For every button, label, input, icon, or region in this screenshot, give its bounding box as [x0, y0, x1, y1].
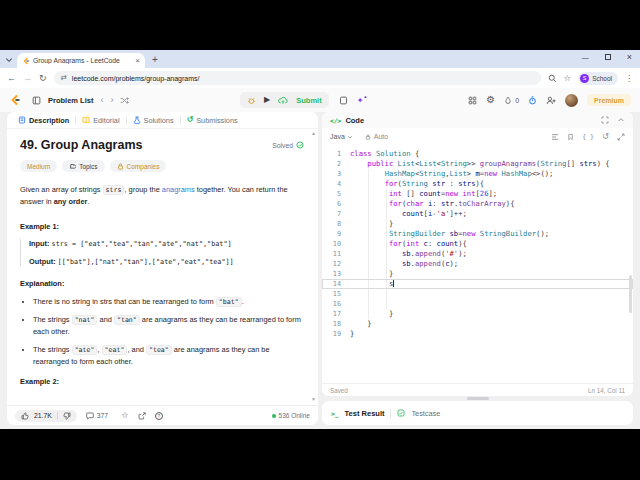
editor-scrollbar[interactable] — [629, 275, 632, 313]
code-line[interactable]: 14 s — [322, 279, 633, 289]
code-line[interactable]: 4 for(String str : strs){ — [322, 179, 633, 189]
profile-avatar: S — [580, 74, 589, 83]
difficulty-badge[interactable]: Medium — [20, 160, 57, 172]
code-line[interactable]: 7 count[i-'a']++; — [322, 209, 633, 219]
thumbs-down-icon[interactable] — [63, 412, 71, 420]
streak-flame[interactable]: 0 — [504, 96, 519, 105]
tab-editorial[interactable]: Editorial — [76, 116, 125, 125]
code-line[interactable]: 10 for(int c: count){ — [322, 239, 633, 249]
notes-icon[interactable] — [339, 96, 348, 105]
url-field[interactable]: ⇄ leetcode.com/problems/group-anagrams/ — [54, 71, 541, 85]
code-line[interactable]: 11 sb.append('#'); — [322, 249, 633, 259]
resize-handle[interactable] — [467, 397, 489, 400]
tab-close-icon[interactable]: × — [135, 57, 140, 65]
tab-search-icon[interactable] — [3, 54, 15, 66]
bookmark-icon[interactable] — [567, 133, 574, 141]
tab-test-result[interactable]: Test Result — [345, 409, 385, 418]
code-line[interactable]: 5 int [] count=new int[26]; — [322, 189, 633, 199]
solved-badge: Solved — [272, 141, 304, 149]
window-maximize-button[interactable] — [605, 54, 611, 60]
layout-grid-icon[interactable] — [468, 96, 477, 105]
code-line[interactable]: 9 StringBuilder sb=new StringBuilder(); — [322, 229, 633, 239]
code-line[interactable]: 8 } — [322, 219, 633, 229]
description-icon — [18, 116, 26, 124]
leetcode-logo[interactable] — [9, 94, 21, 106]
vote-group: 21.7K — [15, 410, 77, 422]
example1-output: Output: [["bat"],["nat","tan"],["ate","e… — [29, 257, 304, 266]
prev-problem-icon[interactable]: ‹ — [100, 96, 103, 105]
ai-sparkle-icon[interactable]: ✦✦ — [357, 95, 368, 105]
window-close-button[interactable]: × — [627, 52, 632, 62]
submit-button[interactable]: Submit — [296, 96, 321, 105]
share-icon[interactable] — [138, 412, 146, 420]
back-button[interactable]: ← — [7, 74, 16, 83]
code-line[interactable]: 12 sb.append(c); — [322, 259, 633, 269]
next-problem-icon[interactable]: › — [110, 96, 113, 105]
run-button[interactable]: ▶ — [264, 96, 270, 104]
browser-profile-chip[interactable]: S School — [578, 72, 618, 85]
browser-tab[interactable]: Group Anagrams - LeetCode × — [17, 53, 145, 68]
thumbs-up-icon[interactable] — [21, 412, 29, 420]
code-editor[interactable]: 1class Solution {2 public List<List<Stri… — [322, 145, 633, 383]
reset-code-icon[interactable]: ↺ — [602, 132, 609, 141]
topics-badge[interactable]: Topics — [62, 160, 104, 172]
settings-gear-icon[interactable]: ⚙ — [486, 95, 495, 105]
code-panel: </> Code Java — [322, 112, 633, 396]
auto-save-toggle[interactable]: Auto — [365, 133, 388, 140]
collapse-panel-icon[interactable] — [617, 116, 625, 124]
code-line[interactable]: 1class Solution { — [322, 149, 633, 159]
problem-content[interactable]: ▲ 49. Group Anagrams Solved Medium Topic… — [7, 129, 318, 405]
forward-button[interactable]: → — [23, 74, 32, 83]
premium-button[interactable]: Premium — [587, 94, 631, 106]
expand-editor-icon[interactable] — [617, 133, 625, 141]
shuffle-icon[interactable] — [120, 96, 129, 105]
code-line[interactable]: 13 } — [322, 269, 633, 279]
saved-status: Saved — [330, 387, 348, 394]
problem-list-icon[interactable] — [32, 96, 41, 105]
leetcode-favicon — [22, 57, 30, 65]
invite-user-icon[interactable] — [546, 96, 556, 105]
line-number: 16 — [322, 299, 341, 309]
favorite-star-icon[interactable]: ☆ — [121, 411, 129, 420]
refresh-button[interactable]: ↻ — [39, 74, 47, 83]
code-line[interactable]: 15 — [322, 289, 633, 299]
help-icon[interactable]: ? — [155, 412, 163, 420]
new-tab-button[interactable]: + — [152, 55, 158, 65]
snippets-icon[interactable]: { } — [582, 133, 594, 141]
scroll-down-arrow[interactable]: ▼ — [311, 397, 316, 402]
tab-solutions[interactable]: Solutions — [127, 116, 180, 125]
comments-button[interactable]: 377 — [86, 412, 108, 420]
submit-cloud-icon[interactable] — [278, 96, 288, 105]
site-info-icon[interactable]: ⇄ — [61, 74, 67, 82]
user-avatar[interactable] — [565, 94, 578, 107]
fullscreen-icon[interactable] — [601, 116, 609, 124]
description-panel: Description Editorial Solutions — [7, 112, 318, 425]
line-number: 14 — [322, 279, 341, 289]
format-code-icon[interactable] — [551, 133, 559, 141]
tab-submissions[interactable]: ↺ Submissions — [181, 116, 244, 125]
window-minimize-button[interactable]: — — [582, 54, 589, 61]
line-number: 6 — [322, 199, 341, 209]
debug-icon[interactable] — [247, 96, 256, 105]
code-line[interactable]: 17 } — [322, 309, 633, 319]
zoom-icon[interactable] — [548, 74, 557, 83]
code-line[interactable]: 3 HashMap<String,List> m=new HashMap<>()… — [322, 169, 633, 179]
bookmark-star-icon[interactable]: ☆ — [564, 74, 572, 83]
online-indicator: 536 Online — [272, 412, 310, 419]
timer-icon[interactable] — [528, 96, 537, 105]
run-controls: ▶ Submit — [240, 92, 329, 108]
code-line[interactable]: 2 public List<List<String>> groupAnagram… — [322, 159, 633, 169]
browser-menu-icon[interactable]: ⋮ — [625, 74, 633, 83]
url-text: leetcode.com/problems/group-anagrams/ — [72, 75, 200, 82]
browser-address-bar: ← → ↻ ⇄ leetcode.com/problems/group-anag… — [0, 68, 640, 88]
code-line[interactable]: 16 — [322, 299, 633, 309]
scroll-up-arrow[interactable]: ▲ — [311, 131, 316, 136]
companies-badge[interactable]: Companies — [110, 160, 167, 172]
problem-list-label[interactable]: Problem List — [48, 96, 93, 105]
code-line[interactable]: 6 for(char i: str.toCharArray){ — [322, 199, 633, 209]
language-selector[interactable]: Java — [330, 133, 353, 140]
code-line[interactable]: 19} — [322, 329, 633, 339]
tab-testcase[interactable]: Testcase — [411, 409, 440, 418]
tab-description[interactable]: Description — [12, 116, 75, 125]
code-line[interactable]: 18 } — [322, 319, 633, 329]
